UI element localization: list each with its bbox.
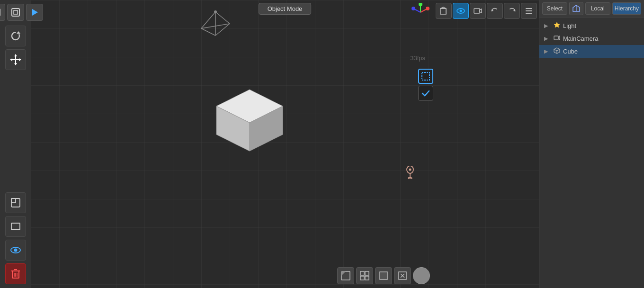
cube-3d-object[interactable] [209,82,290,160]
camera-hierarchy-icon [554,35,560,43]
hierarchy-item-light[interactable]: ▶ Light [539,19,644,32]
cube-label: Cube [563,48,639,55]
play-btn[interactable] [26,4,43,21]
svg-line-57 [201,28,215,36]
svg-point-16 [14,249,17,252]
hierarchy-header: Select Local Hierarchy [539,0,644,18]
move-btn[interactable] [5,49,26,70]
svg-rect-64 [360,276,364,280]
light-hierarchy-icon [554,22,560,30]
svg-marker-75 [554,48,560,51]
viewport-gizmo-bar [434,2,539,20]
svg-rect-66 [380,272,387,279]
shading-btn[interactable] [337,267,354,284]
svg-rect-42 [422,72,429,80]
cube-hierarchy-icon [554,47,560,55]
svg-marker-61 [341,271,346,276]
remove-btn[interactable] [394,267,411,284]
cube-svg [209,82,290,158]
svg-point-59 [214,10,217,13]
light-label: Light [563,22,639,29]
select-btn[interactable]: Select [542,2,567,15]
refresh-btn[interactable] [5,26,26,46]
svg-rect-73 [554,36,558,40]
undo-btn[interactable] [487,3,503,19]
svg-marker-8 [14,54,17,56]
main-viewport[interactable]: Object Mode 33fps [31,0,539,288]
svg-rect-14 [11,223,20,230]
svg-marker-10 [10,58,12,61]
trash-btn[interactable] [5,263,26,284]
svg-line-53 [201,12,215,28]
svg-marker-74 [558,36,560,40]
svg-marker-4 [32,9,38,16]
visibility-gizmo[interactable] [453,3,469,19]
svg-marker-37 [491,9,493,11]
bottom-render-toolbar [337,267,430,284]
camera-origin-marker [405,166,415,181]
svg-line-54 [215,12,230,24]
right-panel: Select Local Hierarchy ▶ Light ▶ [539,0,644,288]
hamburger-menu-btn[interactable] [521,3,537,19]
local-icon[interactable] [569,2,583,15]
frame-btn[interactable] [5,216,26,237]
layout-btn[interactable] [356,267,373,284]
svg-rect-65 [365,276,369,280]
svg-marker-38 [513,9,516,11]
confirm-selection-btn[interactable] [418,86,433,101]
svg-marker-31 [440,7,446,9]
svg-line-79 [554,52,557,54]
local-btn[interactable]: Local [585,2,610,15]
cube-render-btn[interactable] [375,267,392,284]
svg-line-80 [557,52,560,54]
viewport-canvas[interactable]: Object Mode 33fps [31,0,539,288]
svg-rect-2 [12,9,19,16]
light-object[interactable] [197,9,234,39]
eye-btn[interactable] [5,240,26,261]
svg-rect-3 [14,10,18,14]
svg-marker-11 [19,58,21,61]
layer-btn[interactable] [5,192,26,213]
left-sidebar [0,0,31,288]
hierarchy-btn[interactable]: Hierarchy [612,2,641,15]
camera-gizmo-btn[interactable] [470,3,486,19]
sphere-btn[interactable] [413,267,430,284]
svg-rect-35 [474,9,480,13]
sidebar-top-row [0,4,43,21]
box-outline-btn[interactable] [7,4,24,21]
selection-controls [418,69,433,101]
svg-point-29 [411,7,415,10]
svg-point-25 [426,7,429,10]
hierarchy-item-camera[interactable]: ▶ MainCamera [539,32,644,45]
scene-icon-btn[interactable] [0,4,5,21]
cube-display-gizmo[interactable] [436,3,452,19]
hierarchy-list: ▶ Light ▶ MainCamera ▶ [539,18,644,288]
svg-point-52 [409,169,411,171]
svg-point-34 [460,10,462,12]
svg-point-27 [419,3,422,6]
svg-rect-13 [11,198,16,203]
svg-rect-30 [440,9,446,14]
fps-counter: 33fps [410,54,425,62]
object-mode-btn[interactable]: Object Mode [259,3,312,15]
light-wire-svg [197,9,234,38]
svg-marker-9 [14,63,17,65]
camera-label: MainCamera [563,35,639,42]
hierarchy-item-cube[interactable]: ▶ Cube [539,45,644,58]
svg-marker-36 [480,9,482,13]
svg-rect-63 [365,271,369,275]
redo-btn[interactable] [504,3,520,19]
svg-marker-72 [554,22,560,27]
svg-marker-5 [17,31,20,34]
svg-rect-62 [360,271,364,275]
axis-indicator [411,3,430,23]
frame-selection-btn[interactable] [418,69,433,84]
